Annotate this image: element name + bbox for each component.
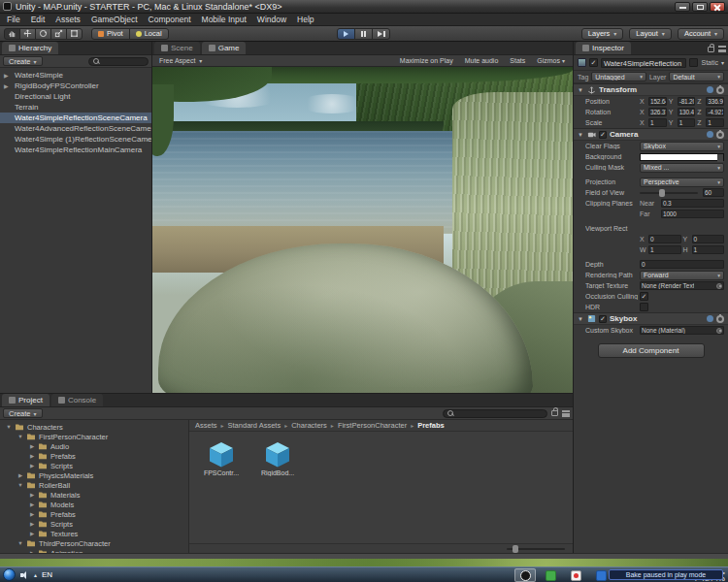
maximize-button[interactable] [692, 2, 708, 12]
help-icon[interactable] [707, 86, 713, 93]
object-picker-icon[interactable] [716, 328, 722, 334]
maximize-on-play-button[interactable]: Maximize on Play [396, 57, 457, 64]
panel-menu-icon[interactable] [718, 46, 726, 52]
skybox-enabled-checkbox[interactable]: ✓ [599, 315, 607, 323]
expand-arrow-icon[interactable]: ▶ [29, 492, 35, 498]
near-clip-field[interactable]: 0.3 [661, 199, 724, 208]
thumbnail-size-slider[interactable] [507, 548, 565, 550]
static-dropdown-icon[interactable]: ▾ [721, 59, 724, 66]
volume-icon[interactable] [20, 571, 29, 579]
tree-item[interactable]: ▶Prefabs [0, 451, 188, 461]
fov-field[interactable]: 60 [703, 188, 724, 197]
menu-file[interactable]: File [7, 15, 20, 24]
hierarchy-item[interactable]: Terrain [0, 102, 151, 113]
stats-button[interactable]: Stats [506, 57, 529, 64]
fov-slider[interactable] [640, 192, 698, 194]
position-y-field[interactable]: -81.203 [678, 97, 696, 106]
expand-arrow-icon[interactable]: ▶ [29, 521, 35, 527]
menu-component[interactable]: Component [149, 15, 191, 24]
account-dropdown[interactable]: Account ▾ [678, 28, 724, 40]
expand-arrow-icon[interactable]: ▶ [29, 531, 35, 536]
hierarchy-item[interactable]: ▶Water4Simple [0, 70, 151, 81]
background-color-field[interactable] [640, 153, 724, 161]
expand-arrow-icon[interactable]: ▼ [17, 540, 23, 546]
position-x-field[interactable]: 152.644 [648, 97, 667, 106]
foldout-icon[interactable]: ▼ [578, 316, 584, 322]
help-icon[interactable] [707, 315, 713, 322]
hdr-checkbox[interactable] [640, 303, 648, 311]
tree-item[interactable]: ▼ThirdPersonCharacter [0, 538, 188, 548]
asset-prefab-rigidbody[interactable]: RigidBod... [255, 439, 300, 476]
occlusion-culling-checkbox[interactable]: ✓ [640, 292, 648, 301]
depth-field[interactable]: 0 [640, 260, 724, 269]
scale-x-field[interactable]: 1 [648, 118, 667, 127]
menu-assets[interactable]: Assets [55, 15, 81, 24]
pause-button[interactable] [354, 28, 373, 40]
breadcrumb-item[interactable]: Standard Assets [228, 421, 281, 430]
start-button[interactable] [3, 568, 16, 581]
step-button[interactable] [372, 28, 390, 40]
tree-item[interactable]: ▶Scripts [0, 519, 188, 529]
expand-arrow-icon[interactable]: ▼ [6, 424, 12, 430]
menu-edit[interactable]: Edit [31, 15, 46, 24]
projection-dropdown[interactable]: Perspective▾ [640, 178, 724, 187]
expand-arrow-icon[interactable]: ▶ [29, 511, 35, 517]
mute-audio-button[interactable]: Mute audio [461, 57, 503, 64]
asset-prefab-fpscontroller[interactable]: FPSContr... [199, 439, 244, 476]
foldout-icon[interactable]: ▼ [578, 87, 584, 93]
skybox-component-header[interactable]: ▼ ✓ Skybox [574, 312, 728, 325]
rotation-x-field[interactable]: 326.375 [648, 108, 667, 116]
viewport-h-field[interactable]: 1 [692, 245, 725, 254]
custom-skybox-field[interactable]: None (Material) [640, 326, 724, 335]
tab-console[interactable]: Console [51, 394, 103, 406]
local-toggle[interactable]: Local [129, 28, 169, 40]
tree-item[interactable]: ▼RollerBall [0, 480, 188, 490]
hierarchy-search-input[interactable] [101, 57, 144, 65]
taskbar-unity-app[interactable] [514, 568, 536, 582]
expand-arrow-icon[interactable]: ▼ [17, 482, 23, 488]
lock-icon[interactable] [551, 410, 558, 416]
panel-menu-icon[interactable] [562, 410, 570, 417]
slider-thumb[interactable] [659, 189, 665, 197]
tab-game[interactable]: Game [202, 42, 247, 54]
gear-icon[interactable] [716, 131, 724, 139]
close-button[interactable] [710, 2, 725, 12]
hierarchy-item[interactable]: Water4AdvancedReflectionSceneCamera [0, 123, 151, 134]
breadcrumb-item[interactable]: FirstPersonCharacter [338, 421, 407, 430]
menu-window[interactable]: Window [257, 15, 286, 24]
breadcrumb-item[interactable]: Characters [291, 421, 327, 430]
viewport-x-field[interactable]: 0 [648, 235, 681, 243]
rotation-z-field[interactable]: -4.9213 [706, 108, 724, 116]
add-component-button[interactable]: Add Component [598, 343, 705, 358]
tab-project[interactable]: Project [2, 394, 50, 406]
layer-dropdown[interactable]: Default▾ [669, 72, 724, 81]
tag-dropdown[interactable]: Untagged▾ [591, 72, 646, 81]
slider-thumb[interactable] [513, 545, 518, 553]
gameobject-name-field[interactable]: Water4SimpleReflection [601, 58, 686, 68]
hierarchy-item-selected[interactable]: Water4SimpleReflectionSceneCamera [0, 113, 151, 123]
camera-enabled-checkbox[interactable]: ✓ [599, 131, 607, 139]
gear-icon[interactable] [716, 315, 724, 323]
game-viewport[interactable] [152, 67, 573, 393]
far-clip-field[interactable]: 1000 [661, 210, 724, 218]
tree-item[interactable]: ▶Prefabs [0, 509, 188, 519]
breadcrumb-item-current[interactable]: Prefabs [417, 421, 445, 430]
camera-component-header[interactable]: ▼ ✓ Camera [574, 128, 728, 141]
project-search-box[interactable] [443, 409, 547, 418]
pivot-toggle[interactable]: Pivot [91, 28, 130, 40]
language-indicator[interactable]: EN [42, 570, 52, 579]
rotate-tool-button[interactable] [35, 28, 51, 40]
object-picker-icon[interactable] [716, 283, 722, 289]
active-checkbox[interactable]: ✓ [589, 58, 598, 67]
hierarchy-item[interactable]: Water4Simple (1)ReflectionSceneCamera [0, 134, 151, 145]
tree-item[interactable]: ▼FirstPersonCharacter [0, 432, 188, 441]
static-checkbox[interactable] [689, 58, 698, 67]
expand-arrow-icon[interactable]: ▼ [17, 434, 23, 439]
gear-icon[interactable] [716, 86, 724, 94]
tree-item[interactable]: ▶Audio [0, 441, 188, 451]
hierarchy-item[interactable]: Directional Light [0, 91, 151, 102]
aspect-dropdown[interactable]: Free Aspect ▾ [156, 56, 205, 66]
hierarchy-search-box[interactable] [88, 57, 149, 66]
tree-item[interactable]: ▶Materials [0, 490, 188, 500]
viewport-y-field[interactable]: 0 [692, 235, 725, 243]
